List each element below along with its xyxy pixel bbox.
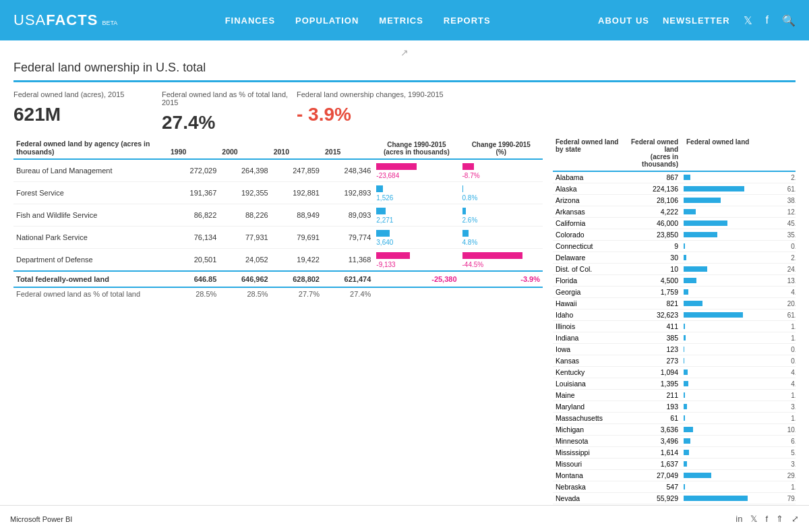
- total-change-pct: -3.9%: [460, 271, 543, 287]
- agency-change-abs-cell: 1,526: [373, 182, 459, 204]
- state-row: Hawaii 821 20.0%: [553, 298, 796, 309]
- state-acres: 224,136: [627, 185, 681, 193]
- state-col-acres: Federal owned land(acres in thousands): [627, 138, 681, 168]
- nav-finances[interactable]: FINANCES: [225, 16, 275, 26]
- state-pct: 0.3%: [769, 346, 796, 353]
- agency-change-abs-cell: 3,640: [373, 227, 459, 249]
- agency-row: Forest Service 191,367 192,355 192,881 1…: [13, 182, 543, 204]
- state-name: Mississippi: [553, 448, 627, 456]
- pct-2015: 27.4%: [322, 287, 373, 300]
- stat-pct-label: Federal owned land as % of total land, 2…: [162, 90, 297, 107]
- header: USAFACTS BETA FINANCES POPULATION METRIC…: [0, 0, 809, 40]
- agency-1990: 20,501: [168, 249, 219, 272]
- state-name: Louisiana: [553, 380, 627, 388]
- state-row: Georgia 1,759 4.7%: [553, 287, 796, 298]
- state-name: Connecticut: [553, 242, 627, 250]
- upload-icon: ↗: [400, 47, 409, 58]
- state-row: Alabama 867 2.7%: [553, 172, 796, 183]
- state-row: Montana 27,049 29.0%: [553, 470, 796, 481]
- state-bar-cell: [681, 186, 769, 191]
- state-bar-cell: [681, 415, 769, 421]
- state-bar-cell: [681, 220, 769, 226]
- total-change-abs: -25,380: [373, 271, 459, 287]
- state-row: Illinois 411 1.1%: [553, 321, 796, 332]
- stat-acres-value: 621M: [13, 104, 162, 125]
- state-col-pct: (%): [769, 138, 796, 168]
- agency-2000: 24,052: [219, 249, 270, 272]
- state-bar-cell: [681, 278, 769, 283]
- state-pct: 4.7%: [769, 289, 796, 296]
- facebook-icon-footer[interactable]: f: [765, 514, 768, 524]
- share-icon[interactable]: ⇑: [776, 514, 783, 524]
- state-acres: 61: [627, 414, 681, 422]
- state-name: Maryland: [553, 403, 627, 411]
- state-row: Missouri 1,637 3.7%: [553, 459, 796, 470]
- nav-reports[interactable]: REPORTS: [444, 16, 491, 26]
- agency-row: Fish and Wildlife Service 86,822 88,226 …: [13, 204, 543, 227]
- title-divider: [13, 80, 796, 82]
- state-row: Delaware 30 2.4%: [553, 252, 796, 264]
- agency-name: Bureau of Land Management: [13, 159, 168, 182]
- agency-2015: 89,093: [322, 204, 373, 227]
- pct-change-pct: [460, 287, 543, 300]
- state-bar-cell: [681, 484, 769, 490]
- state-name: Montana: [553, 471, 627, 479]
- nav-population[interactable]: POPULATION: [295, 16, 359, 26]
- state-pct: 79.6%: [769, 495, 796, 502]
- state-row: Massachusetts 61 1.2%: [553, 413, 796, 424]
- state-table-header: Federal owned landby state Federal owned…: [553, 137, 796, 172]
- search-icon[interactable]: 🔍: [782, 14, 796, 27]
- state-row: Nebraska 547 1.1%: [553, 481, 796, 493]
- total-1990: 646.85: [168, 271, 219, 287]
- stat-acres: Federal owned land (acres), 2015 621M: [13, 90, 162, 134]
- state-name: Michigan: [553, 425, 627, 434]
- state-acres: 273: [627, 357, 681, 365]
- state-acres: 1,637: [627, 460, 681, 468]
- facebook-icon[interactable]: f: [766, 14, 769, 26]
- agency-2000: 192,355: [219, 182, 270, 204]
- state-row: Nevada 55,929 79.6%: [553, 493, 796, 504]
- agency-table: Federal owned land by agency (acres in t…: [13, 137, 543, 300]
- col-agency: Federal owned land by agency (acres in t…: [13, 137, 168, 159]
- state-row: Alaska 224,136 61.3%: [553, 183, 796, 195]
- state-row: Dist. of Col. 10 24.8%: [553, 264, 796, 275]
- nav-metrics[interactable]: METRICS: [379, 16, 423, 26]
- state-acres: 1,759: [627, 288, 681, 296]
- nav-newsletter[interactable]: NEWSLETTER: [663, 16, 730, 26]
- percent-row: Federal owned land as % of total land 28…: [13, 287, 543, 300]
- state-acres: 211: [627, 391, 681, 399]
- state-row: Iowa 123 0.3%: [553, 344, 796, 355]
- twitter-icon[interactable]: 𝕏: [744, 14, 752, 27]
- state-pct: 2.7%: [769, 174, 796, 181]
- state-row: Maine 211 1.1%: [553, 390, 796, 401]
- main-nav: FINANCES POPULATION METRICS REPORTS: [225, 16, 491, 26]
- state-name: Maine: [553, 391, 627, 399]
- state-bar-cell: [681, 198, 769, 203]
- state-bar-cell: [681, 370, 769, 375]
- pct-2010: 27.7%: [271, 287, 322, 300]
- state-bar-cell: [681, 358, 769, 363]
- state-row: Minnesota 3,496 6.8%: [553, 436, 796, 447]
- state-bar-cell: [681, 427, 769, 432]
- nav-about[interactable]: ABOUT US: [598, 16, 649, 26]
- state-acres: 46,000: [627, 219, 681, 227]
- twitter-icon-footer[interactable]: 𝕏: [750, 514, 757, 524]
- state-row: Mississippi 1,614 5.3%: [553, 447, 796, 459]
- expand-icon[interactable]: ⤢: [791, 514, 799, 524]
- powerbi-footer: Microsoft Power BI in 𝕏 f ⇑ ⤢: [0, 505, 809, 532]
- state-row: Florida 4,500 13.0%: [553, 275, 796, 287]
- agency-change-pct-cell: -8.7%: [460, 159, 543, 182]
- agency-change-abs-cell: -9,133: [373, 249, 459, 272]
- state-bar-cell: [681, 496, 769, 501]
- state-name: Massachusetts: [553, 414, 627, 422]
- linkedin-icon[interactable]: in: [736, 514, 742, 524]
- state-pct: 3.1%: [769, 403, 796, 411]
- state-name: Indiana: [553, 334, 627, 342]
- state-pct: 45.9%: [769, 220, 796, 227]
- state-row: California 46,000 45.9%: [553, 218, 796, 229]
- stat-change-label: Federal land ownership changes, 1990-201…: [297, 90, 796, 98]
- state-row: Michigan 3,636 10.0%: [553, 424, 796, 436]
- state-pct: 3.7%: [769, 461, 796, 468]
- state-table-body[interactable]: Alabama 867 2.7% Alaska 224,136 61.3% Ar…: [553, 172, 796, 505]
- agency-row: Department of Defense 20,501 24,052 19,4…: [13, 249, 543, 272]
